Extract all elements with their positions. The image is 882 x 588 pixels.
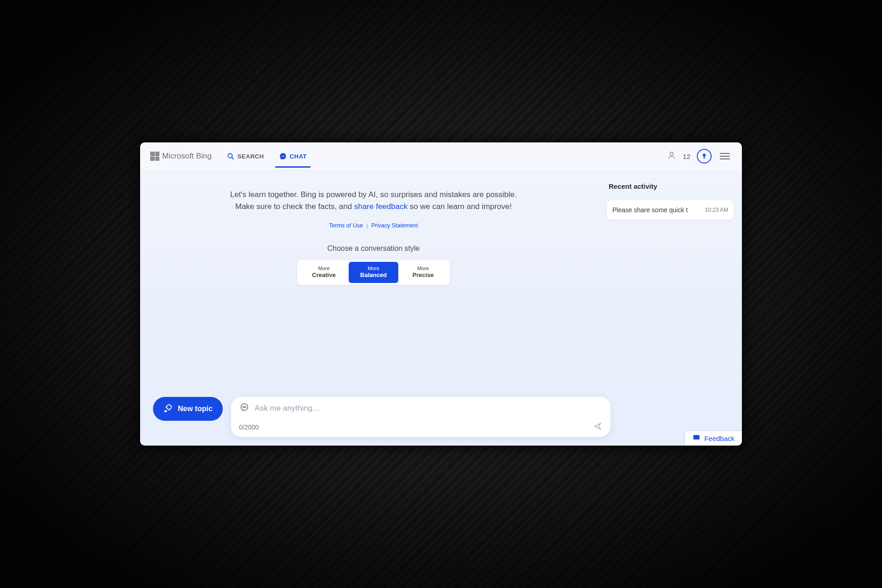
feedback-button[interactable]: Feedback [684,430,742,446]
recent-activity-heading: Recent activity [609,182,734,190]
ask-input[interactable] [254,403,602,413]
svg-point-0 [228,153,232,158]
svg-point-3 [281,156,282,157]
intro-text: Let's learn together. Bing is powered by… [230,189,517,213]
brand-text: Microsoft Bing [162,152,212,161]
separator: | [366,222,368,229]
svg-line-1 [232,158,233,159]
svg-point-12 [245,407,246,407]
style-heading: Choose a conversation style [328,244,420,253]
profile-icon[interactable] [667,151,676,162]
style-option-precise[interactable]: More Precise [398,262,448,283]
style-option-creative[interactable]: More Creative [299,262,349,283]
feedback-label: Feedback [704,435,735,442]
main-area: Let's learn together. Bing is powered by… [140,170,742,446]
tab-search[interactable]: SEARCH [226,144,265,169]
compose-row: New topic 0/2000 [153,397,729,437]
svg-rect-13 [693,435,700,440]
rewards-points: 12 [683,153,690,160]
header-tabs: SEARCH CHAT [226,144,308,169]
new-topic-button[interactable]: New topic [153,397,223,421]
svg-point-5 [284,156,285,157]
svg-rect-8 [703,158,706,158]
broom-icon [163,403,173,415]
bing-chat-window: Microsoft Bing SEARCH CHAT [140,142,742,446]
intro-line1: Let's learn together. Bing is powered by… [230,189,517,201]
ask-box: 0/2000 [231,397,611,437]
svg-point-4 [283,156,283,157]
svg-point-10 [243,407,243,407]
tab-chat-label: CHAT [290,153,307,160]
rewards-icon[interactable] [697,149,712,164]
svg-point-11 [244,407,244,407]
hamburger-menu-icon[interactable] [718,151,732,161]
share-feedback-link[interactable]: share feedback [354,202,407,211]
recent-activity-item[interactable]: Please share some quick t 10:23 AM [607,200,734,220]
tab-search-label: SEARCH [237,153,264,160]
char-counter: 0/2000 [239,424,259,431]
chat-bubble-icon [239,402,249,414]
submit-icon[interactable] [593,422,602,432]
microsoft-logo-icon [150,152,159,161]
intro-line2: Make sure to check the facts, and share … [230,201,517,213]
legal-links: Terms of Use | Privacy Statement [329,222,418,229]
tab-chat[interactable]: CHAT [278,144,308,169]
brand-logo[interactable]: Microsoft Bing [150,152,212,161]
header-bar: Microsoft Bing SEARCH CHAT [140,142,742,170]
terms-of-use-link[interactable]: Terms of Use [329,222,363,229]
recent-item-time: 10:23 AM [705,207,728,213]
privacy-statement-link[interactable]: Privacy Statement [371,222,418,229]
header-actions: 12 [667,149,732,164]
svg-rect-7 [704,157,705,158]
new-topic-label: New topic [178,405,213,413]
svg-point-6 [670,152,673,155]
desktop-background: Microsoft Bing SEARCH CHAT [0,0,882,588]
chat-icon [279,152,287,160]
search-icon [226,152,235,160]
style-option-balanced[interactable]: More Balanced [349,262,398,283]
conversation-style-picker: More Creative More Balanced More Precise [297,260,450,285]
feedback-icon [692,434,701,443]
recent-item-title: Please share some quick t [612,206,688,214]
